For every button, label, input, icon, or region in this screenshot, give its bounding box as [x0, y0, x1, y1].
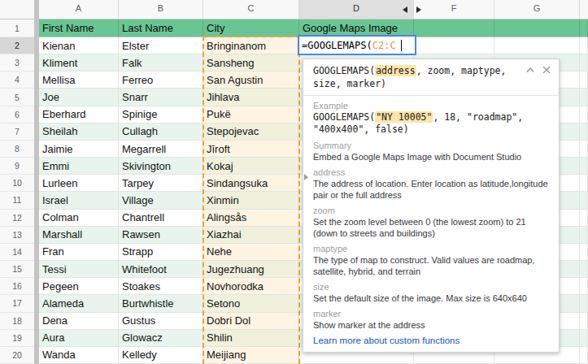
- cell-H4[interactable]: [580, 72, 588, 89]
- header-cell-last-name[interactable]: Last Name: [119, 20, 203, 37]
- header-cell-first-name[interactable]: First Name: [39, 20, 119, 37]
- cell-A12[interactable]: Colman: [39, 210, 119, 227]
- row-header-18[interactable]: 18: [0, 313, 39, 330]
- cell-H8[interactable]: [580, 141, 588, 158]
- row-header-10[interactable]: 10: [0, 175, 39, 192]
- cell-B8[interactable]: Megarrell: [119, 141, 203, 158]
- column-header-B[interactable]: B: [119, 0, 203, 20]
- cell-F2[interactable]: [414, 37, 494, 54]
- column-header-D[interactable]: D: [299, 0, 414, 20]
- cell-B11[interactable]: Village: [119, 192, 203, 209]
- cell-G2[interactable]: [494, 37, 580, 54]
- header-cell-empty[interactable]: [414, 20, 494, 37]
- cell-C6[interactable]: Pukë: [203, 106, 299, 124]
- cell-B15[interactable]: Whitefoot: [119, 261, 203, 278]
- column-header-A[interactable]: A: [39, 0, 119, 20]
- cell-H20[interactable]: [580, 347, 588, 364]
- cell-C12[interactable]: Alingsås: [203, 210, 299, 227]
- cell-B9[interactable]: Skivington: [119, 158, 203, 175]
- learn-more-link[interactable]: Learn more about custom functions: [313, 336, 460, 345]
- row-header-16[interactable]: 16: [0, 278, 39, 295]
- cell-H6[interactable]: [580, 106, 588, 124]
- close-help-icon[interactable]: [542, 65, 551, 75]
- unhide-column-right-arrow-icon[interactable]: [416, 6, 421, 13]
- cell-A5[interactable]: Joe: [39, 89, 119, 106]
- row-header-19[interactable]: 19: [0, 330, 39, 347]
- cell-H2[interactable]: [580, 37, 588, 54]
- cell-A9[interactable]: Emmi: [39, 158, 119, 175]
- cell-A10[interactable]: Lurleen: [39, 175, 119, 192]
- cell-H16[interactable]: [580, 278, 588, 295]
- cell-B4[interactable]: Ferreo: [119, 72, 203, 89]
- header-cell-city[interactable]: City: [203, 20, 299, 37]
- cell-H9[interactable]: [580, 158, 588, 175]
- cell-H7[interactable]: [580, 124, 588, 141]
- cell-H15[interactable]: [580, 261, 588, 278]
- row-header-5[interactable]: 5: [0, 89, 39, 106]
- cell-B20[interactable]: Kelledy: [119, 347, 203, 364]
- cell-B17[interactable]: Burtwhistle: [119, 295, 203, 312]
- row-header-13[interactable]: 13: [0, 227, 39, 244]
- cell-H5[interactable]: [580, 89, 588, 106]
- cell-A15[interactable]: Tessi: [39, 261, 119, 278]
- cell-H11[interactable]: [580, 192, 588, 209]
- cell-H19[interactable]: [580, 330, 588, 347]
- cell-A13[interactable]: Marshall: [39, 227, 119, 244]
- row-header-15[interactable]: 15: [0, 261, 39, 278]
- column-header-G[interactable]: G: [494, 0, 580, 20]
- cell-C17[interactable]: Setono: [203, 295, 299, 312]
- cell-B19[interactable]: Glowacz: [119, 330, 203, 347]
- cell-A3[interactable]: Kliment: [39, 54, 119, 72]
- cell-B5[interactable]: Snarr: [119, 89, 203, 106]
- cell-C19[interactable]: Shilin: [203, 330, 299, 347]
- cell-A4[interactable]: Mellisa: [39, 72, 119, 89]
- cell-B3[interactable]: Falk: [119, 54, 203, 72]
- cell-C13[interactable]: Xiazhai: [203, 227, 299, 244]
- row-header-20[interactable]: 20: [0, 347, 39, 364]
- cell-C14[interactable]: Nehe: [203, 244, 299, 261]
- cell-C16[interactable]: Novhorodka: [203, 278, 299, 295]
- select-all-corner[interactable]: [0, 0, 39, 20]
- cell-A16[interactable]: Pegeen: [39, 278, 119, 295]
- cell-A17[interactable]: Alameda: [39, 295, 119, 312]
- cell-C20[interactable]: Meijiang: [203, 347, 299, 364]
- row-header-12[interactable]: 12: [0, 210, 39, 227]
- cell-A20[interactable]: Wanda: [39, 347, 119, 364]
- freeze-pane-divider[interactable]: [34, 0, 39, 364]
- cell-C7[interactable]: Stepojevac: [203, 124, 299, 141]
- formula-cell-editor[interactable]: =GOOGLEMAPS(C2:C: [298, 35, 416, 55]
- cell-A14[interactable]: Fran: [39, 244, 119, 261]
- header-cell-empty[interactable]: [580, 20, 588, 37]
- row-header-8[interactable]: 8: [0, 141, 39, 158]
- cell-B13[interactable]: Rawsen: [119, 227, 203, 244]
- cell-A18[interactable]: Dena: [39, 313, 119, 330]
- cell-C10[interactable]: Sindangsuka: [203, 175, 299, 192]
- row-header-6[interactable]: 6: [0, 106, 39, 124]
- row-header-17[interactable]: 17: [0, 295, 39, 312]
- cell-C8[interactable]: Jīroft: [203, 141, 299, 158]
- column-header-F[interactable]: F: [414, 0, 494, 20]
- cell-A19[interactable]: Aura: [39, 330, 119, 347]
- cell-C18[interactable]: Dobri Dol: [203, 313, 299, 330]
- cell-H13[interactable]: [580, 227, 588, 244]
- cell-C4[interactable]: San Agustin: [203, 72, 299, 89]
- cell-B7[interactable]: Cullagh: [119, 124, 203, 141]
- cell-H17[interactable]: [580, 295, 588, 312]
- row-header-14[interactable]: 14: [0, 244, 39, 261]
- cell-C11[interactable]: Xinmin: [203, 192, 299, 209]
- cell-H10[interactable]: [580, 175, 588, 192]
- cell-A11[interactable]: Israel: [39, 192, 119, 209]
- cell-A2[interactable]: Kienan: [39, 37, 119, 54]
- cell-B18[interactable]: Gustus: [119, 313, 203, 330]
- row-header-4[interactable]: 4: [0, 72, 39, 89]
- header-cell-empty[interactable]: [494, 20, 580, 37]
- cell-B14[interactable]: Strapp: [119, 244, 203, 261]
- cell-A6[interactable]: Eberhard: [39, 106, 119, 124]
- cell-B6[interactable]: Spinige: [119, 106, 203, 124]
- row-header-11[interactable]: 11: [0, 192, 39, 209]
- cell-B2[interactable]: Elster: [119, 37, 203, 54]
- cell-A8[interactable]: Jaimie: [39, 141, 119, 158]
- cell-C2[interactable]: Bringinanom: [203, 37, 299, 54]
- collapse-help-icon[interactable]: [525, 65, 535, 75]
- cell-B16[interactable]: Stoakes: [119, 278, 203, 295]
